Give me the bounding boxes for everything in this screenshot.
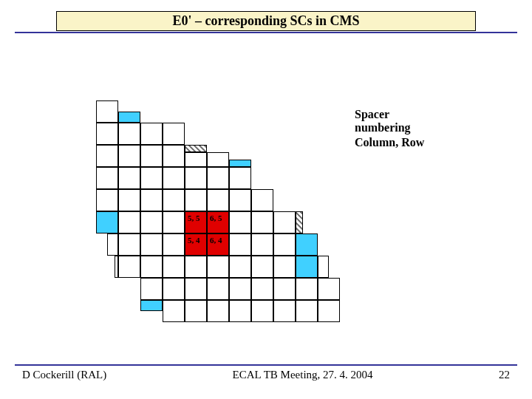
spacer-2-10 [118, 112, 140, 123]
spacer-7-8 [229, 160, 251, 167]
slide-title: E0' – corresponding SCs in CMS [56, 11, 476, 31]
spacer-3-1 [140, 300, 163, 311]
spacer-10-4 [296, 233, 318, 256]
title-underline [15, 32, 517, 33]
cell-6-4: 6, 4 [207, 233, 229, 256]
footer-author: D Cockerill (RAL) [22, 369, 106, 381]
footer-meeting: ECAL TB Meeting, 27. 4. 2004 [233, 369, 373, 381]
footer-page: 22 [499, 369, 510, 381]
cell-5-5: 5, 5 [185, 211, 207, 233]
annotation-colrow: Column, Row [355, 136, 424, 149]
cell-6-5: 6, 5 [207, 211, 229, 233]
hatched-10-5 [296, 211, 303, 233]
diagram: 5, 5 6, 5 5, 4 6, 4 Spacer numbering Col… [96, 100, 436, 337]
spacer-10-3 [296, 256, 318, 278]
annotation-spacer: Spacer numbering [355, 108, 436, 134]
cell-5-4: 5, 4 [185, 233, 207, 256]
footer: D Cockerill (RAL) ECAL TB Meeting, 27. 4… [0, 364, 532, 381]
hatched-5-8 [185, 145, 207, 152]
spacer-1-5 [96, 211, 118, 233]
